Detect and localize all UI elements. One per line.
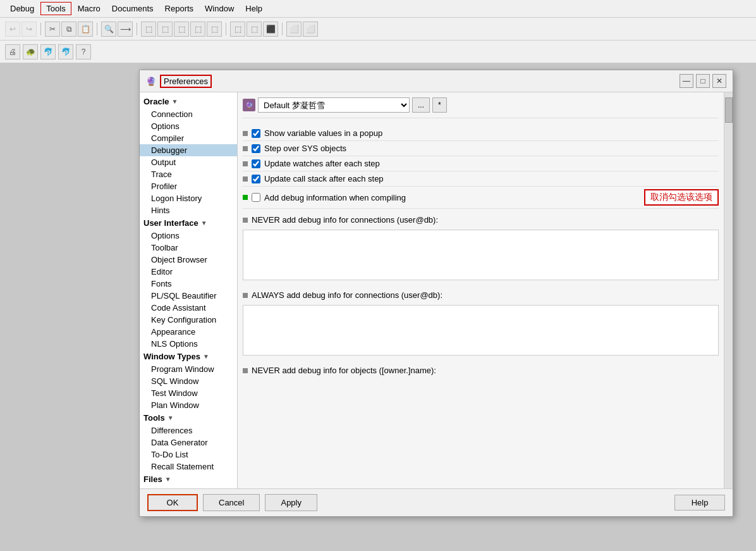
btn-g[interactable]: ⬚ (247, 22, 262, 37)
btn-b[interactable]: ⬚ (157, 22, 173, 37)
btn-n[interactable]: 🐬 (58, 44, 73, 59)
find-next-button[interactable]: ⟶ (118, 22, 133, 37)
sidebar-item-differences[interactable]: Differences (140, 424, 237, 436)
oracle-arrow-icon: ▼ (171, 98, 178, 105)
sidebar-item-test-window[interactable]: Test Window (140, 387, 237, 399)
sidebar-item-trace[interactable]: Trace (140, 168, 237, 180)
tools-label: Tools (143, 413, 165, 423)
profile-options-button[interactable]: ... (412, 97, 430, 113)
menu-reports[interactable]: Reports (160, 3, 199, 15)
dialog-titlebar: 🔮 Preferences — □ ✕ (140, 70, 733, 92)
profile-star-button[interactable]: * (432, 97, 447, 113)
menu-debug[interactable]: Debug (5, 3, 39, 15)
redo-button[interactable]: ↪ (21, 22, 37, 37)
btn-d[interactable]: ⬚ (190, 22, 205, 37)
sidebar-item-output[interactable]: Output (140, 156, 237, 168)
menu-window[interactable]: Window (200, 3, 239, 15)
help-button[interactable]: Help (674, 495, 725, 511)
toolbar1: ↩ ↪ ✂ ⧉ 📋 🔍 ⟶ ⬚ ⬚ ⬚ ⬚ ⬚ ⬚ ⬚ ⬛ ⬜ ⬜ (0, 18, 756, 40)
label-add-debug-info: Add debug information when compiling (264, 193, 638, 202)
btn-c[interactable]: ⬚ (174, 22, 189, 37)
sep2 (97, 23, 97, 35)
sidebar-item-connection[interactable]: Connection (140, 108, 237, 120)
sidebar-item-options-oracle[interactable]: Options (140, 120, 237, 132)
sidebar-item-object-browser[interactable]: Object Browser (140, 254, 237, 266)
label-update-watches: Update watches after each step (264, 159, 719, 168)
checkbox-update-call-stack[interactable] (252, 175, 260, 183)
sidebar-item-nls-options[interactable]: NLS Options (140, 338, 237, 350)
sidebar-item-recall-statement[interactable]: Recall Statement (140, 461, 237, 473)
never-connections-textarea-container (243, 230, 719, 280)
never-connections-row: NEVER add debug info for connections (us… (243, 213, 719, 227)
setting-row-5: Add debug information when compiling 取消勾… (243, 187, 719, 209)
profile-select[interactable]: Default 梦凝哲雪 (258, 97, 410, 113)
checkbox-step-over-sys[interactable] (252, 144, 260, 153)
sidebar-item-todo-list[interactable]: To-Do List (140, 449, 237, 461)
btn-k[interactable]: 🖨 (5, 44, 20, 59)
sidebar-item-code-assistant[interactable]: Code Assistant (140, 302, 237, 314)
btn-a[interactable]: ⬚ (141, 22, 156, 37)
find-button[interactable]: 🔍 (101, 22, 116, 37)
sidebar-item-sql-window[interactable]: SQL Window (140, 375, 237, 387)
maximize-button[interactable]: □ (696, 74, 710, 88)
setting-row-2: Step over SYS objects (243, 141, 719, 156)
user-interface-label: User Interface (143, 218, 198, 228)
btn-help[interactable]: ? (76, 44, 91, 59)
checkbox-update-watches[interactable] (252, 159, 260, 168)
paste-button[interactable]: 📋 (78, 22, 93, 37)
sidebar-item-fonts[interactable]: Fonts (140, 278, 237, 290)
cancel-button[interactable]: Cancel (203, 494, 260, 511)
copy-button[interactable]: ⧉ (61, 22, 76, 37)
sidebar-item-plsql-beautifier[interactable]: PL/SQL Beautifier (140, 290, 237, 302)
sidebar-item-hints[interactable]: Hints (140, 204, 237, 216)
menu-documents[interactable]: Documents (107, 3, 159, 15)
ok-button[interactable]: OK (147, 494, 198, 511)
always-connections-textarea[interactable] (245, 307, 717, 351)
files-label: Files (143, 474, 162, 484)
sidebar-section-user-interface[interactable]: User Interface ▼ (140, 216, 237, 230)
sidebar-section-files[interactable]: Files ▼ (140, 473, 237, 486)
btn-i[interactable]: ⬜ (286, 22, 302, 37)
btn-f[interactable]: ⬚ (230, 22, 245, 37)
undo-button[interactable]: ↩ (5, 22, 20, 37)
sidebar-section-tools[interactable]: Tools ▼ (140, 411, 237, 424)
sep5 (282, 23, 283, 35)
never-connections-textarea[interactable] (245, 232, 717, 276)
sidebar-item-key-configuration[interactable]: Key Configuration (140, 314, 237, 326)
sidebar-item-data-generator[interactable]: Data Generator (140, 436, 237, 449)
btn-h[interactable]: ⬛ (263, 22, 278, 37)
checkbox-show-variable[interactable] (252, 129, 260, 138)
profile-row: 🔮 Default 梦凝哲雪 ... * (243, 97, 719, 118)
sidebar-item-toolbar[interactable]: Toolbar (140, 242, 237, 254)
sidebar-item-debugger[interactable]: Debugger (140, 144, 237, 156)
btn-e[interactable]: ⬚ (207, 22, 222, 37)
cut-button[interactable]: ✂ (45, 22, 60, 37)
menu-macro[interactable]: Macro (73, 3, 106, 15)
checkbox-add-debug-info[interactable] (252, 193, 260, 202)
sidebar-section-window-types[interactable]: Window Types ▼ (140, 350, 237, 363)
sidebar-item-options-ui[interactable]: Options (140, 230, 237, 242)
user-interface-arrow-icon: ▼ (201, 220, 207, 226)
scrollbar-thumb[interactable] (725, 97, 733, 123)
content-scrollbar[interactable] (724, 92, 733, 488)
always-connections-row: ALWAYS add debug info for connections (u… (243, 288, 719, 302)
sidebar-item-plan-window[interactable]: Plan Window (140, 399, 237, 411)
btn-l[interactable]: 🐢 (23, 44, 38, 59)
menu-help[interactable]: Help (240, 3, 267, 15)
sidebar-item-profiler[interactable]: Profiler (140, 180, 237, 192)
annotation-box: 取消勾选该选项 (644, 189, 719, 206)
apply-button[interactable]: Apply (265, 494, 317, 511)
sidebar-item-compiler[interactable]: Compiler (140, 132, 237, 144)
close-button[interactable]: ✕ (712, 74, 726, 88)
btn-j[interactable]: ⬜ (303, 22, 318, 37)
btn-m[interactable]: 🐬 (40, 44, 56, 59)
never-connections-label: NEVER add debug info for connections (us… (252, 215, 719, 225)
sidebar-item-program-window[interactable]: Program Window (140, 363, 237, 375)
sidebar-item-appearance[interactable]: Appearance (140, 326, 237, 338)
sidebar-item-editor[interactable]: Editor (140, 266, 237, 278)
sidebar-item-logon-history[interactable]: Logon History (140, 192, 237, 204)
sidebar-section-oracle[interactable]: Oracle ▼ (140, 95, 237, 108)
always-connections-textarea-container (243, 305, 719, 356)
minimize-button[interactable]: — (680, 74, 693, 88)
menu-tools[interactable]: Tools (40, 2, 71, 15)
